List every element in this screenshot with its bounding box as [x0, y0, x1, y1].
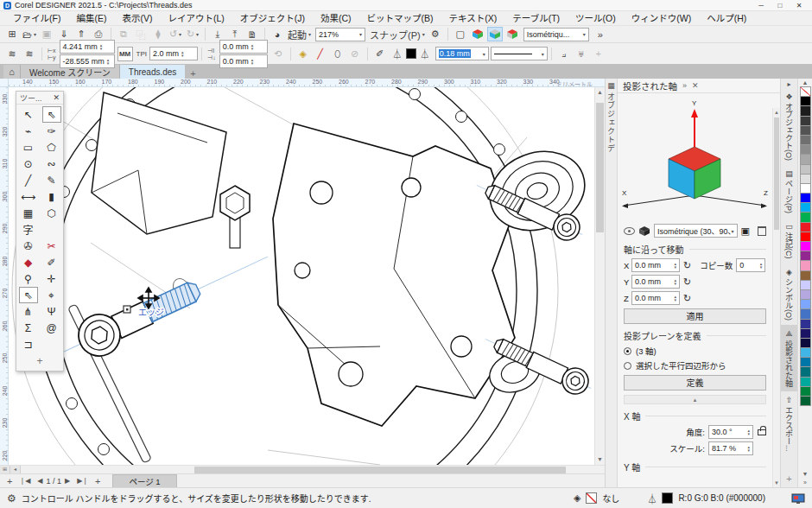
- vscroll-thumb[interactable]: [596, 103, 604, 232]
- scroll-left-icon[interactable]: ◂: [10, 466, 21, 473]
- thread-through-icon[interactable]: ≋: [22, 47, 37, 61]
- close-button[interactable]: ✕: [790, 2, 809, 10]
- apply-button[interactable]: 適用: [624, 308, 766, 324]
- pitch-field[interactable]: 2.0 mm▴▾: [149, 47, 198, 60]
- angle-field[interactable]: 30.0 °▴▾: [708, 425, 753, 439]
- hscroll-thumb[interactable]: [194, 467, 566, 473]
- transform-tool[interactable]: ⌖: [42, 287, 61, 303]
- menu-item-6[interactable]: ビットマップ(B): [359, 11, 441, 25]
- docker-tab-5[interactable]: ⇧エクスポー...: [781, 391, 798, 456]
- object-data-docker-tab[interactable]: ▦ オブジェクトデ: [606, 79, 618, 487]
- new-tab-button[interactable]: +: [185, 68, 200, 79]
- redo-icon[interactable]: ↻▾: [185, 27, 200, 41]
- projection-left-icon[interactable]: [487, 27, 503, 41]
- lock-icon[interactable]: [758, 429, 766, 435]
- outline-color-status-swatch[interactable]: [662, 492, 673, 504]
- eyedropper-tool[interactable]: ✐: [42, 254, 61, 270]
- save-icon[interactable]: ▣: [39, 27, 54, 41]
- connector-tool[interactable]: ⌁: [19, 123, 38, 139]
- scroll-down-icon[interactable]: ▼: [595, 454, 605, 465]
- menu-item-11[interactable]: ヘルプ(H): [699, 11, 754, 25]
- sum-tool[interactable]: Σ: [19, 320, 38, 336]
- pin-tool[interactable]: ✑: [42, 123, 61, 139]
- docker-tab-4[interactable]: ⟁投影された軸: [781, 325, 798, 391]
- copy-icon[interactable]: ⿻: [133, 27, 149, 41]
- visibility-eye-icon[interactable]: [624, 227, 635, 235]
- status-gear-icon[interactable]: ⚙: [7, 492, 16, 505]
- define-button[interactable]: 定義: [624, 375, 766, 391]
- ellipse-alt-icon[interactable]: ⊘: [347, 47, 363, 61]
- tab-threads-des[interactable]: Threads.des: [120, 65, 186, 79]
- center-circle-tool[interactable]: ⊙: [19, 156, 38, 172]
- line-style-combo[interactable]: ▾: [491, 47, 548, 60]
- polygon-tool[interactable]: ⬠: [42, 139, 61, 156]
- projection-preset-combo[interactable]: Isométriqu...▾: [523, 28, 589, 41]
- delete-segment-tool[interactable]: ✂: [42, 238, 61, 254]
- thread-blind-icon[interactable]: ≋: [4, 47, 20, 61]
- text-tool[interactable]: 字: [19, 221, 38, 238]
- shape-builder-tool[interactable]: ⬡: [42, 205, 61, 221]
- outline-pen-icon[interactable]: ⏃: [390, 47, 405, 61]
- docker-tab-3[interactable]: ◈シンボル(O): [781, 264, 798, 325]
- launcher-icon[interactable]: ◕: [270, 27, 285, 41]
- next-page-icon[interactable]: ▶: [65, 477, 70, 485]
- pan-tool[interactable]: ✛: [42, 270, 61, 287]
- docker-tab-0[interactable]: ❖オブジェクト(O): [781, 88, 798, 165]
- home-tab-icon[interactable]: ⌂: [3, 65, 21, 79]
- scale-field[interactable]: 81.7 %▴▾: [708, 441, 753, 455]
- x-position-field[interactable]: 4.241 mm▴▾: [60, 40, 115, 54]
- palette-expand-icon[interactable]: »: [803, 479, 807, 487]
- extrude-tool[interactable]: ⊐: [19, 336, 38, 352]
- z-move-field[interactable]: 0.0 mm▴▾: [631, 291, 680, 305]
- x-rotate-icon[interactable]: ↻: [683, 260, 691, 271]
- envelope-icon[interactable]: ♅: [574, 47, 589, 61]
- docker-scroll-up-icon[interactable]: ▲: [773, 108, 780, 117]
- add-page-after-button[interactable]: +: [95, 476, 100, 486]
- shape-edit-tool[interactable]: ⇖: [19, 287, 38, 303]
- add-docker-button[interactable]: +: [786, 473, 791, 487]
- ellipse-mode-icon[interactable]: ⬯: [330, 47, 346, 61]
- projection-top-icon[interactable]: [470, 27, 485, 41]
- collapse-bar[interactable]: ▲: [624, 395, 766, 404]
- no-projection-icon[interactable]: ▢: [453, 27, 468, 41]
- menu-item-2[interactable]: 表示(V): [114, 11, 160, 25]
- save-preset-icon[interactable]: ▣: [741, 225, 750, 237]
- tabstrip-expand-icon[interactable]: ▸: [787, 80, 790, 88]
- color-swatch-31[interactable]: [800, 396, 811, 406]
- flip-ruler-button[interactable]: ⊞: [0, 466, 10, 473]
- drawing-canvas[interactable]: エッジ ツー... ✕ ↖⇖⌁✑▭⬠⊙∾╱✎⟷▮▦⬡字✇✂◆✐⚲✛⇖⌖⋔ΨΣ@⊐…: [9, 87, 594, 465]
- docker-scroll-down-icon[interactable]: ▼: [773, 479, 780, 487]
- y-rotate-icon[interactable]: ↻: [683, 276, 691, 288]
- menu-item-9[interactable]: ツール(O): [568, 11, 624, 25]
- first-page-icon[interactable]: ❘◀: [19, 477, 30, 485]
- menu-item-4[interactable]: オブジェクト(J): [232, 11, 313, 25]
- offset-v-field[interactable]: 0.0 mm▴▾: [219, 54, 268, 68]
- horizontal-scrollbar[interactable]: ⊞ ◂: [0, 465, 605, 473]
- smart-fill-tool[interactable]: ◆: [19, 254, 38, 270]
- table-tool[interactable]: ▦: [19, 205, 38, 221]
- snap-button[interactable]: スナップ(P)▾: [369, 27, 426, 41]
- minimize-button[interactable]: ─: [752, 2, 771, 10]
- knife-tool[interactable]: ✇: [19, 238, 38, 254]
- outline-width-combo[interactable]: 0.18 mm▾: [435, 47, 489, 60]
- paste-icon[interactable]: ⧫: [150, 27, 166, 41]
- maximize-button[interactable]: □: [771, 2, 790, 10]
- y-move-field[interactable]: 0.0 mm▴▾: [631, 275, 680, 289]
- zoom-level-combo[interactable]: 217%▾: [315, 28, 365, 41]
- ruler-corner[interactable]: [0, 79, 9, 87]
- docker-scrollbar[interactable]: ▲ ▼: [772, 108, 780, 487]
- menu-item-7[interactable]: テキスト(X): [441, 11, 505, 25]
- menu-item-10[interactable]: ウィンドウ(W): [624, 11, 699, 25]
- spiral-tool[interactable]: @: [42, 320, 61, 336]
- fork-tool[interactable]: ⋔: [19, 303, 38, 320]
- vertical-scrollbar[interactable]: ▲ ▼: [594, 87, 605, 465]
- docker-close-icon[interactable]: ✕: [692, 81, 699, 90]
- no-outline-icon[interactable]: ╱: [313, 47, 328, 61]
- new-document-icon[interactable]: ⊞: [4, 27, 20, 41]
- delete-preset-icon[interactable]: [758, 226, 766, 236]
- scroll-up-icon[interactable]: ▲: [595, 87, 605, 98]
- horizontal-ruler[interactable]: 1401501601701801902002102202302402502602…: [9, 79, 594, 87]
- radio-three-axes[interactable]: (3 軸): [624, 345, 766, 357]
- z-rotate-icon[interactable]: ↻: [683, 293, 691, 304]
- projection-select[interactable]: Isométrique (30、90、30) ▾: [654, 224, 738, 238]
